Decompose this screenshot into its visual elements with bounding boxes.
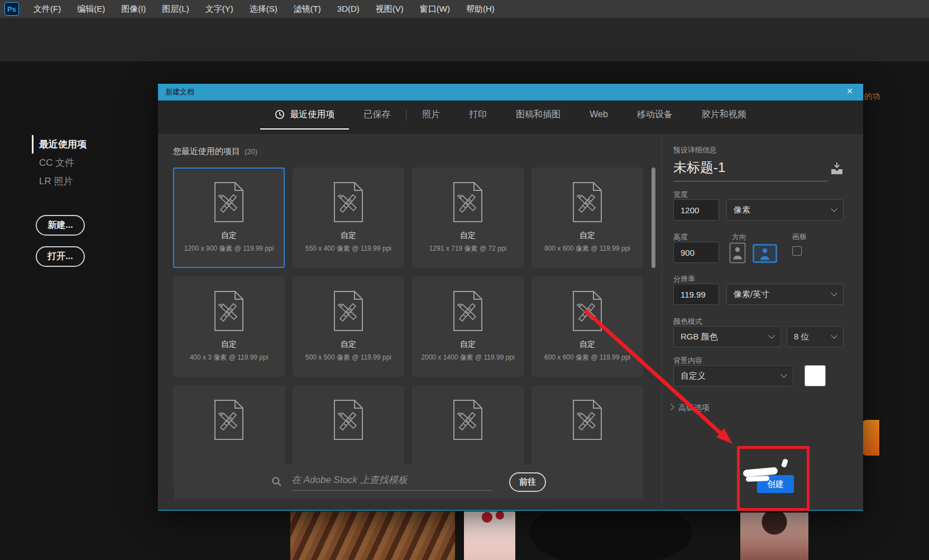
card-name: 自定 (460, 231, 476, 241)
recent-grid: 自定1200 x 900 像素 @ 119.99 ppi自定550 x 400 … (173, 167, 643, 486)
chevron-down-icon (831, 205, 837, 212)
chevron-down-icon (768, 332, 774, 338)
open-file-button[interactable]: 打开... (36, 246, 85, 267)
new-file-button[interactable]: 新建... (36, 215, 85, 236)
width-unit-select[interactable]: 像素 (726, 199, 844, 221)
recent-card[interactable]: 自定550 x 400 像素 @ 119.99 ppi (293, 167, 404, 268)
dialog-title-bar[interactable]: 新建文档 × (158, 84, 863, 100)
orientation-portrait-icon[interactable] (729, 242, 746, 264)
menu-item[interactable]: 视图(V) (376, 4, 404, 15)
close-icon[interactable]: × (843, 85, 856, 99)
menu-item[interactable]: 选择(S) (250, 4, 277, 15)
menu-items: 文件(F)编辑(E)图像(I)图层(L)文字(Y)选择(S)滤镜(T)3D(D)… (33, 4, 495, 15)
preset-panel: 预设详细信息 未标题-1 宽度 像素 高度 方向 画板 (662, 134, 863, 511)
tab-label: 打印 (469, 109, 487, 121)
document-icon (331, 290, 366, 332)
dialog-tab[interactable]: 已保存 (349, 100, 405, 130)
card-name: 自定 (221, 231, 237, 241)
advanced-options-toggle[interactable]: 高级选项 (669, 403, 710, 413)
bit-depth-select[interactable]: 8 位 (787, 326, 844, 347)
photoshop-logo-icon: Ps (4, 2, 19, 16)
dialog-tab[interactable]: 打印 (454, 100, 501, 130)
height-input[interactable] (673, 242, 719, 263)
card-name: 自定 (580, 231, 595, 241)
recent-file-thumbnail[interactable] (161, 519, 267, 560)
document-title-input[interactable]: 未标题-1 (673, 159, 725, 176)
menu-item[interactable]: 帮助(H) (466, 4, 495, 15)
recent-card[interactable]: 自定400 x 3 像素 @ 119.99 ppi (173, 276, 285, 377)
recent-card[interactable]: 自定500 x 500 像素 @ 119.99 ppi (293, 276, 404, 377)
dialog-tab[interactable]: 胶片和视频 (687, 100, 761, 130)
new-document-dialog: 新建文档 × 最近使用项已保存照片打印图稿和插图Web移动设备胶片和视频 您最近… (158, 84, 863, 511)
tab-label: 已保存 (363, 109, 390, 121)
document-icon (211, 399, 247, 441)
create-button[interactable]: 创建 (757, 475, 794, 493)
menu-item[interactable]: 编辑(E) (77, 4, 105, 15)
card-name: 自定 (460, 339, 476, 350)
dialog-tab-bar: 最近使用项已保存照片打印图稿和插图Web移动设备胶片和视频 (158, 100, 863, 134)
go-button[interactable]: 前往 (509, 472, 546, 492)
dialog-body: 您最近使用的项目(20) 自定1200 x 900 像素 @ 119.99 pp… (158, 134, 863, 511)
dialog-tab[interactable]: 图稿和插图 (501, 100, 575, 130)
artboard-checkbox[interactable] (792, 246, 802, 256)
stock-search-bar: 在 Adobe Stock 上查找模板 前往 (174, 465, 643, 499)
card-dimensions: 1200 x 900 像素 @ 119.99 ppi (184, 244, 274, 253)
width-input[interactable] (673, 199, 719, 221)
menu-item[interactable]: 图层(L) (162, 4, 189, 15)
color-mode-label: 颜色模式 (673, 317, 702, 327)
tab-divider (406, 109, 406, 121)
tab-label: Web (590, 109, 608, 119)
advanced-options-label: 高级选项 (678, 403, 710, 413)
artboard-label: 画板 (792, 232, 807, 242)
clipped-watermark-text: 的功 (864, 92, 880, 102)
color-mode-select[interactable]: RGB 颜色 (673, 326, 781, 347)
recent-card[interactable]: 自定1291 x 719 像素 @ 72 ppi (412, 167, 524, 268)
width-unit-value: 像素 (734, 205, 750, 216)
dialog-tab[interactable]: 照片 (408, 100, 454, 130)
recent-file-thumbnail[interactable] (290, 511, 455, 560)
preset-details-label: 预设详细信息 (673, 145, 717, 155)
sidebar-item[interactable]: CC 文件 (32, 154, 87, 172)
tab-label: 最近使用项 (290, 109, 334, 121)
width-label: 宽度 (673, 190, 688, 200)
recent-section-title: 您最近使用的项目(20) (173, 146, 257, 157)
home-sidebar: 最近使用项CC 文件LR 照片 (32, 135, 87, 190)
document-icon (331, 399, 366, 441)
menu-item[interactable]: 文件(F) (33, 4, 61, 15)
tab-label: 照片 (422, 109, 440, 121)
sidebar-item[interactable]: LR 照片 (32, 172, 87, 190)
card-name: 自定 (221, 339, 237, 350)
orientation-landscape-icon[interactable] (753, 244, 777, 263)
recent-file-thumbnail[interactable] (464, 511, 515, 560)
menu-item[interactable]: 滤镜(T) (294, 4, 321, 15)
resolution-input[interactable] (673, 284, 719, 305)
menu-item[interactable]: 图像(I) (121, 4, 146, 15)
clipped-orange-sticker (860, 420, 879, 456)
recent-card[interactable]: 自定600 x 600 像素 @ 119.99 ppi (531, 276, 643, 377)
background-color-swatch[interactable] (805, 365, 826, 386)
document-icon (331, 181, 366, 223)
save-preset-icon[interactable] (830, 162, 844, 175)
bit-depth-value: 8 位 (794, 332, 810, 342)
dialog-tab[interactable]: Web (575, 100, 622, 130)
background-select[interactable]: 自定义 (673, 365, 793, 386)
recent-card[interactable]: 自定2000 x 1400 像素 @ 119.99 ppi (412, 276, 524, 377)
menu-item[interactable]: 文字(Y) (205, 4, 233, 15)
sidebar-item[interactable]: 最近使用项 (32, 135, 87, 154)
document-icon (450, 290, 486, 332)
grid-scrollbar[interactable] (652, 167, 655, 268)
resolution-label: 分辨率 (673, 274, 695, 284)
menu-item[interactable]: 窗口(W) (420, 4, 450, 15)
dialog-tab[interactable]: 移动设备 (622, 100, 687, 130)
stock-search-input[interactable]: 在 Adobe Stock 上查找模板 (291, 473, 492, 491)
chevron-down-icon (780, 371, 787, 377)
resolution-unit-select[interactable]: 像素/英寸 (726, 284, 844, 305)
card-name: 自定 (341, 339, 356, 350)
recent-card[interactable]: 自定1200 x 900 像素 @ 119.99 ppi (173, 167, 285, 268)
chevron-down-icon (831, 332, 837, 338)
card-dimensions: 600 x 600 像素 @ 119.99 ppi (544, 353, 630, 362)
recent-file-thumbnail[interactable] (740, 513, 808, 560)
menu-item[interactable]: 3D(D) (337, 4, 360, 15)
dialog-tab[interactable]: 最近使用项 (260, 100, 349, 130)
recent-card[interactable]: 自定800 x 600 像素 @ 119.99 ppi (531, 167, 643, 268)
